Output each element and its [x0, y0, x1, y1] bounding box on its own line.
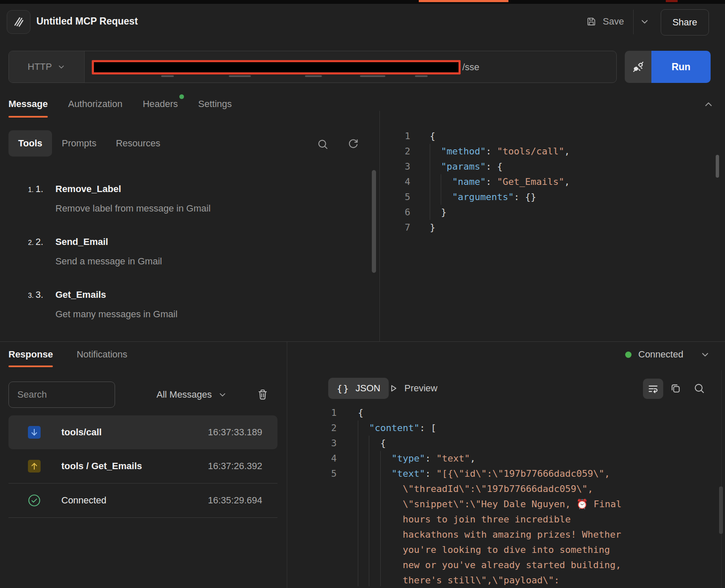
- tab-settings[interactable]: Settings: [198, 96, 232, 112]
- indent-guide: [369, 542, 369, 558]
- tab-notifications[interactable]: Notifications: [77, 347, 127, 362]
- json-view-button[interactable]: {} JSON: [328, 378, 389, 399]
- protocol-dropdown[interactable]: HTTP: [9, 51, 85, 82]
- code-line: there's still\",\"payload\":: [287, 573, 715, 586]
- tab-message[interactable]: Message: [8, 96, 48, 112]
- tab-headers[interactable]: Headers: [143, 96, 178, 112]
- line-number: 5: [287, 466, 337, 481]
- refresh-icon[interactable]: [347, 138, 360, 151]
- tools-list: 1.Remove_LabelRemove label from message …: [19, 183, 365, 341]
- tools-search-icon[interactable]: [316, 138, 329, 151]
- request-json-editor[interactable]: 1{2 "method": "tools/call",3 "params": {…: [379, 129, 708, 235]
- capability-tab-tools[interactable]: Tools: [8, 130, 52, 157]
- run-label: Run: [672, 61, 691, 73]
- response-json-viewer[interactable]: 1{2 "content": [3 {4 "type": "text",5 "t…: [287, 405, 715, 586]
- indent-guide: [358, 497, 358, 512]
- preview-button[interactable]: Preview: [386, 378, 440, 399]
- request-tabs: MessageAuthorizationHeadersSettings: [8, 96, 232, 112]
- indent-guide: [441, 174, 441, 190]
- connection-status-label: Connected: [638, 349, 683, 360]
- message-row-tools-call[interactable]: tools/call16:37:33.189: [8, 415, 277, 449]
- tab-label: Message: [8, 99, 48, 109]
- indent-guide: [358, 481, 358, 497]
- message-row-connected[interactable]: Connected16:35:29.694: [8, 484, 277, 518]
- line-number: 7: [379, 220, 410, 235]
- word-wrap-button[interactable]: [643, 379, 663, 399]
- code-line: 6 }: [379, 205, 708, 220]
- url-bar[interactable]: HTTP /sse: [8, 51, 617, 83]
- code-line: 3 {: [287, 436, 715, 451]
- clear-messages-trash-icon[interactable]: [256, 387, 269, 401]
- indent-guide: [380, 497, 381, 512]
- line-number: [287, 512, 337, 527]
- disconnect-button[interactable]: [625, 51, 651, 83]
- url-suffix: /sse: [462, 61, 479, 73]
- indent-guide: [358, 512, 358, 527]
- capability-tab-resources[interactable]: Resources: [106, 130, 170, 157]
- indent-guide: [358, 420, 358, 436]
- save-options-chevron-down-icon[interactable]: [640, 16, 650, 27]
- tab-authorization[interactable]: Authorization: [68, 96, 122, 112]
- tools-scrollbar[interactable]: [372, 170, 376, 273]
- run-button[interactable]: Run: [651, 51, 711, 83]
- line-number: [287, 573, 337, 586]
- tool-number: 3.: [36, 289, 55, 301]
- line-number: 1: [287, 405, 337, 420]
- response-tabs: ResponseNotifications: [8, 347, 127, 362]
- code-line: \"threadId\":\"197b77666dadc059\",: [287, 481, 715, 497]
- indent-guide: [430, 159, 430, 174]
- save-button[interactable]: Save: [586, 15, 624, 28]
- indent-guide: [358, 451, 358, 466]
- arrow-up-icon: [28, 460, 41, 473]
- indent-guide: [380, 542, 381, 558]
- code-line: 5 "text": "[{\"id\":\"197b77666dadc059\"…: [287, 466, 715, 481]
- response-search-icon[interactable]: [693, 382, 706, 395]
- tool-item-remove-label[interactable]: 1.Remove_LabelRemove label from message …: [36, 183, 365, 215]
- tool-item-send-email[interactable]: 2.Send_EmailSend a message in Gmail: [36, 236, 365, 268]
- code-line: 4 "type": "text",: [287, 451, 715, 466]
- response-scrollbar[interactable]: [719, 486, 723, 534]
- message-label: tools/call: [61, 427, 102, 438]
- collapse-chevron-up-icon[interactable]: [703, 99, 714, 110]
- tab-label: Response: [8, 349, 53, 360]
- message-timestamp: 16:37:26.392: [208, 461, 262, 472]
- top-strip: [0, 0, 725, 4]
- messages-search-input[interactable]: [8, 382, 115, 408]
- indent-guide: [380, 573, 381, 586]
- code-line: 3 "params": {: [379, 159, 708, 174]
- tool-number: 1.: [36, 183, 55, 195]
- indent-guide: [369, 558, 369, 573]
- indent-guide: [358, 558, 358, 573]
- tool-name: Remove_Label: [55, 183, 121, 195]
- indent-guide: [369, 451, 369, 466]
- indent-guide: [358, 573, 358, 586]
- capability-tab-prompts[interactable]: Prompts: [52, 130, 106, 157]
- redacted-url: [92, 60, 461, 74]
- indent-guide: [380, 466, 381, 481]
- page-scrollbar[interactable]: [716, 155, 719, 178]
- indent-guide: [369, 466, 369, 481]
- message-filter-dropdown[interactable]: All Messages: [157, 382, 227, 408]
- line-number: 2: [287, 420, 337, 436]
- line-number: 5: [379, 190, 410, 205]
- json-view-label: JSON: [356, 383, 381, 394]
- connection-status[interactable]: Connected: [625, 347, 710, 362]
- line-number: [287, 497, 337, 512]
- mcp-request-window: Untitled MCP Request Save Share HTTP: [0, 0, 725, 588]
- line-number: 4: [379, 174, 410, 190]
- tab-label: Headers: [143, 99, 178, 109]
- indent-guide: [430, 205, 430, 220]
- indent-guide: [358, 436, 358, 451]
- braces-icon: {}: [337, 383, 350, 394]
- indent-guide: [430, 174, 430, 190]
- tab-response[interactable]: Response: [8, 347, 53, 362]
- message-row-tools-get-emails[interactable]: tools / Get_Emails16:37:26.392: [8, 449, 277, 484]
- line-number: [287, 558, 337, 573]
- code-line: 2 "method": "tools/call",: [379, 144, 708, 159]
- tool-item-get-emails[interactable]: 3.Get_EmailsGet many messages in Gmail: [36, 289, 365, 321]
- copy-icon[interactable]: [669, 382, 682, 395]
- share-button[interactable]: Share: [661, 9, 709, 36]
- header: Untitled MCP Request Save Share: [0, 4, 725, 44]
- message-label: Connected: [61, 495, 106, 506]
- indent-guide: [369, 436, 369, 451]
